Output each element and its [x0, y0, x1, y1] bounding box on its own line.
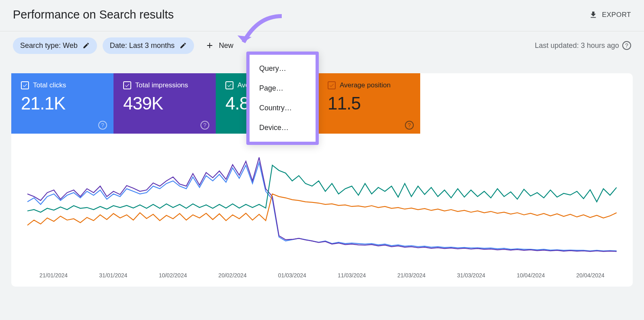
dropdown-item-device[interactable]: Device… — [250, 118, 316, 138]
plus-icon — [205, 41, 214, 50]
chart-series-average-position — [27, 194, 617, 225]
x-tick: 01/03/2024 — [278, 272, 306, 279]
metric-total-impressions[interactable]: Total impressions 439K ? — [114, 73, 216, 134]
metric-label: Total impressions — [135, 81, 188, 89]
checkbox-icon — [21, 81, 29, 89]
metric-label: Average position — [340, 81, 390, 89]
pencil-icon — [83, 42, 90, 49]
checkbox-icon — [328, 81, 336, 89]
search-type-filter-chip[interactable]: Search type: Web — [13, 37, 97, 54]
performance-chart — [27, 154, 617, 266]
x-tick: 31/03/2024 — [457, 272, 485, 279]
pencil-icon — [180, 42, 187, 49]
x-tick: 20/02/2024 — [219, 272, 247, 279]
date-label: Date: Last 3 months — [110, 41, 175, 50]
x-tick: 31/01/2024 — [99, 272, 127, 279]
search-type-label: Search type: Web — [20, 41, 78, 50]
new-filter-label: New — [219, 41, 233, 50]
checkbox-icon — [225, 81, 233, 89]
date-filter-chip[interactable]: Date: Last 3 months — [103, 37, 194, 54]
checkbox-icon — [123, 81, 131, 89]
dropdown-item-country[interactable]: Country… — [250, 98, 316, 118]
x-tick: 10/04/2024 — [517, 272, 545, 279]
new-filter-dropdown: Query… Page… Country… Device… — [246, 52, 319, 145]
chart-series-total-impressions — [27, 157, 617, 252]
x-tick: 11/03/2024 — [338, 272, 366, 279]
dropdown-item-page[interactable]: Page… — [250, 78, 316, 98]
performance-card: Total clicks 21.1K ? Total impressions 4… — [11, 73, 633, 287]
annotation-arrow-to-new — [233, 12, 286, 52]
help-icon[interactable]: ? — [200, 121, 209, 130]
export-label: EXPORT — [602, 11, 631, 19]
chart-area: 21/01/202431/01/202410/02/202420/02/2024… — [11, 134, 633, 287]
x-tick: 10/02/2024 — [159, 272, 187, 279]
page-title: Performance on Search results — [13, 8, 174, 21]
x-tick: 20/04/2024 — [576, 272, 605, 279]
download-icon — [589, 10, 598, 19]
dropdown-item-query[interactable]: Query… — [250, 59, 316, 78]
metric-average-position[interactable]: Average position 11.5 ? — [318, 73, 420, 134]
metrics-row: Total clicks 21.1K ? Total impressions 4… — [11, 73, 633, 134]
help-icon[interactable]: ? — [405, 121, 414, 130]
metric-value: 11.5 — [328, 93, 411, 114]
metric-value: 21.1K — [21, 93, 104, 114]
help-icon[interactable]: ? — [98, 121, 107, 130]
chart-series-average-ctr — [27, 165, 617, 212]
metric-total-clicks[interactable]: Total clicks 21.1K ? — [11, 73, 114, 134]
export-button[interactable]: EXPORT — [589, 10, 631, 19]
chart-x-axis: 21/01/202431/01/202410/02/202420/02/2024… — [27, 268, 617, 279]
last-updated: Last updated: 3 hours ago ? — [535, 41, 631, 50]
metric-value: 439K — [123, 93, 206, 114]
metric-label: Total clicks — [33, 81, 66, 89]
help-icon[interactable]: ? — [622, 41, 631, 50]
x-tick: 21/01/2024 — [39, 272, 68, 279]
last-updated-text: Last updated: 3 hours ago — [535, 41, 619, 50]
x-tick: 21/03/2024 — [397, 272, 425, 279]
